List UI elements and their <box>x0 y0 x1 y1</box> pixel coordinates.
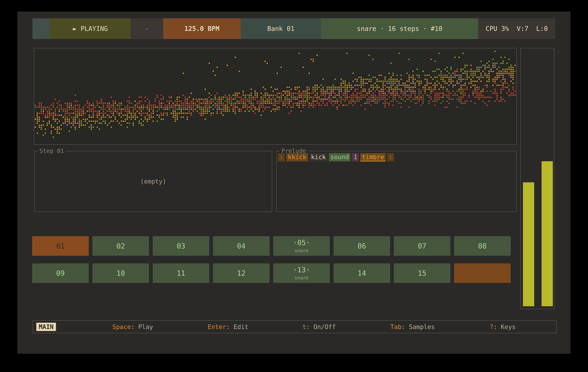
step-label: 08 <box>478 242 486 250</box>
shortcut-key: Enter <box>208 323 226 330</box>
step-empty-label: (empty) <box>140 178 166 185</box>
level-meter-right <box>542 161 553 306</box>
step-button-14[interactable]: 14 <box>334 263 390 283</box>
step-button-04[interactable]: 04 <box>213 236 270 256</box>
step-button-16[interactable] <box>454 263 511 283</box>
step-sample-label: snare <box>295 248 308 253</box>
shortcut-key: t <box>303 323 306 330</box>
step-button-10[interactable]: 10 <box>92 263 149 283</box>
step-label: 04 <box>237 242 245 250</box>
shortcut-desc: : On/Off <box>306 323 336 330</box>
level-meter-left <box>523 182 534 306</box>
level-meters-panel <box>521 48 554 309</box>
topbar-divider: - <box>131 18 163 39</box>
shortcut-enter: Enter: Edit <box>208 323 249 330</box>
shortcut-key: Space <box>112 323 131 330</box>
prelude-token[interactable]: : <box>278 153 285 161</box>
prelude-token[interactable]: sound <box>329 153 350 161</box>
step-label: 14 <box>357 270 366 277</box>
step-button-06[interactable]: 06 <box>334 236 390 256</box>
system-stats-display: CPU 3% V:7 L:0 <box>478 18 555 39</box>
step-button-01[interactable]: 01 <box>32 236 89 256</box>
track-info-display: snare · 16 steps · #10 <box>321 18 478 39</box>
step-button-09[interactable]: 09 <box>32 263 89 283</box>
step-label: 15 <box>418 270 426 277</box>
step-button-15[interactable]: 15 <box>394 263 450 283</box>
step-button-07[interactable]: 07 <box>394 236 450 256</box>
shortcut-key: Tab <box>390 323 401 330</box>
bottom-bar: MAIN Space: PlayEnter: Editt: On/OffTab:… <box>32 320 557 333</box>
pattern-visualizer-panel <box>34 48 517 145</box>
shortcut-list: Space: PlayEnter: Editt: On/OffTab: Samp… <box>33 321 556 333</box>
step-button-08[interactable]: 08 <box>454 236 511 256</box>
shortcut-desc: : Edit <box>226 323 249 330</box>
step-label: 07 <box>418 242 426 250</box>
shortcut-desc: : Keys <box>494 323 516 330</box>
step-label: ·13· <box>293 266 310 273</box>
step-label: 12 <box>237 270 245 277</box>
top-bar: ► PLAYING - 125.0 BPM Bank 01 snare · 16… <box>32 18 555 39</box>
step-grid: 01020304·05·snare06070809101112·13·snare… <box>32 236 511 283</box>
scatter-canvas <box>34 48 516 144</box>
shortcut-desc: : Play <box>131 323 153 330</box>
step-button-13[interactable]: ·13·snare <box>273 263 330 283</box>
step-label: 01 <box>56 242 64 250</box>
bpm-display: 125.0 BPM <box>163 18 241 39</box>
prelude-panel: Prelude :kkickkicksound1timbre: <box>276 151 517 212</box>
shortcut-space: Space: Play <box>112 323 153 330</box>
step-button-12[interactable]: 12 <box>213 263 270 283</box>
prelude-code-line[interactable]: :kkickkicksound1timbre: <box>278 153 394 161</box>
prelude-token[interactable]: timbre <box>360 153 386 161</box>
step-button-03[interactable]: 03 <box>153 236 209 256</box>
shortcut-t: t: On/Off <box>303 323 336 330</box>
shortcut-key: ? <box>490 323 494 330</box>
shortcut-?: ?: Keys <box>490 323 516 330</box>
step-button-02[interactable]: 02 <box>92 236 149 256</box>
prelude-token[interactable]: kick <box>310 153 327 161</box>
step-detail-panel: Step 01 (empty) <box>34 151 272 212</box>
transport-status: ► PLAYING <box>50 18 131 39</box>
step-sample-label: snare <box>295 276 308 280</box>
prelude-token[interactable]: : <box>387 153 394 161</box>
step-button-11[interactable]: 11 <box>153 263 209 283</box>
step-button-05[interactable]: ·05·snare <box>273 236 330 256</box>
step-label: 02 <box>116 242 125 250</box>
prelude-token[interactable]: 1 <box>352 153 359 161</box>
step-label: 09 <box>56 270 64 277</box>
step-label: 06 <box>357 242 366 250</box>
topbar-spacer <box>32 18 50 39</box>
shortcut-tab: Tab: Samples <box>390 323 435 330</box>
step-label: 11 <box>177 270 185 277</box>
shortcut-desc: : Samples <box>401 323 435 330</box>
bank-display: Bank 01 <box>241 18 321 39</box>
step-panel-title: Step 01 <box>38 147 66 154</box>
step-label: ·05· <box>293 239 310 246</box>
step-label: 10 <box>116 270 125 277</box>
app-window: ► PLAYING - 125.0 BPM Bank 01 snare · 16… <box>17 11 570 354</box>
step-label: 03 <box>177 242 185 250</box>
prelude-token[interactable]: kkick <box>286 153 308 161</box>
